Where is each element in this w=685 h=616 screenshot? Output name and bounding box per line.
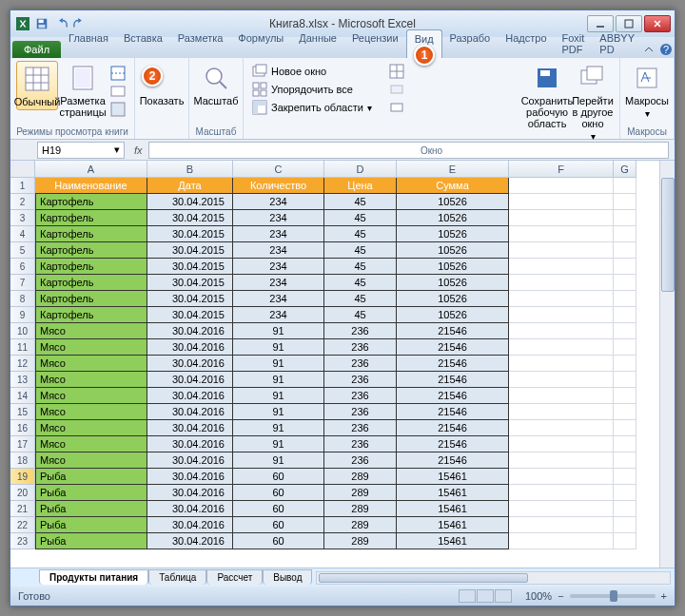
cell[interactable]: 30.04.2015 xyxy=(147,275,233,291)
row-header[interactable]: 19 xyxy=(10,469,35,485)
normal-view-button[interactable]: Обычный xyxy=(16,61,58,110)
row-header[interactable]: 22 xyxy=(10,517,35,533)
column-header-B[interactable]: B xyxy=(147,161,233,178)
cell[interactable]: Рыба xyxy=(35,469,147,485)
cell[interactable]: 91 xyxy=(233,436,324,452)
cell[interactable]: 91 xyxy=(233,339,324,356)
cell[interactable]: 30.04.2016 xyxy=(147,420,233,436)
cell[interactable]: 10526 xyxy=(397,210,509,226)
cell[interactable]: 21546 xyxy=(397,436,509,452)
cell[interactable]: Картофель xyxy=(35,259,147,275)
cell[interactable]: 30.04.2016 xyxy=(147,436,233,452)
cell[interactable] xyxy=(614,436,636,452)
unhide-button[interactable] xyxy=(386,99,407,116)
cell[interactable]: 30.04.2016 xyxy=(147,356,233,372)
tab-формулы[interactable]: Формулы xyxy=(230,29,291,58)
cell[interactable]: 30.04.2016 xyxy=(147,372,233,388)
cell[interactable]: Цена xyxy=(324,178,397,194)
cell[interactable]: Картофель xyxy=(35,210,147,226)
cell[interactable]: 236 xyxy=(324,356,397,372)
cell[interactable] xyxy=(614,194,636,210)
select-all-corner[interactable] xyxy=(10,161,35,178)
ribbon-minimize-icon[interactable] xyxy=(642,43,656,58)
cell[interactable]: 236 xyxy=(324,388,397,404)
cell[interactable]: 10526 xyxy=(397,259,509,275)
save-icon[interactable] xyxy=(33,15,50,32)
excel-icon[interactable] xyxy=(14,15,31,32)
cell[interactable]: 21546 xyxy=(397,420,509,436)
close-button[interactable] xyxy=(644,15,671,32)
split-button[interactable] xyxy=(386,63,407,80)
cell[interactable] xyxy=(614,420,636,436)
cell[interactable]: 234 xyxy=(233,291,324,307)
cell[interactable] xyxy=(614,372,636,388)
row-header[interactable]: 11 xyxy=(10,339,35,356)
cell[interactable] xyxy=(509,242,614,259)
row-header[interactable]: 10 xyxy=(10,323,35,339)
row-header[interactable]: 7 xyxy=(10,275,35,291)
tab-рецензии[interactable]: Рецензии xyxy=(344,29,406,58)
cell[interactable]: Мясо xyxy=(35,372,147,388)
cell[interactable] xyxy=(509,404,614,420)
cell[interactable]: 30.04.2015 xyxy=(147,210,233,226)
switch-windows-button[interactable]: Перейти в другое окно ▾ xyxy=(572,61,614,144)
cell[interactable] xyxy=(614,404,636,420)
row-header[interactable]: 4 xyxy=(10,226,35,242)
cell[interactable]: 60 xyxy=(233,533,324,549)
cell[interactable] xyxy=(509,307,614,323)
row-header[interactable]: 13 xyxy=(10,372,35,388)
cell[interactable]: 236 xyxy=(324,339,397,356)
tab-file[interactable]: Файл xyxy=(12,41,61,58)
cell[interactable] xyxy=(614,307,636,323)
row-header[interactable]: 17 xyxy=(10,436,35,452)
freeze-panes-button[interactable]: Закрепить области ▾ xyxy=(249,99,375,116)
cell[interactable]: 91 xyxy=(233,388,324,404)
fx-icon[interactable]: fx xyxy=(134,144,143,156)
cell[interactable] xyxy=(509,420,614,436)
cell[interactable]: 30.04.2016 xyxy=(147,323,233,339)
sheet-tab[interactable]: Таблица xyxy=(148,569,206,585)
cell[interactable]: 234 xyxy=(233,259,324,275)
cell[interactable]: 236 xyxy=(324,420,397,436)
cell[interactable]: Мясо xyxy=(35,452,147,469)
cell[interactable]: 30.04.2016 xyxy=(147,501,233,517)
cell[interactable] xyxy=(614,517,636,533)
page-layout-view-icon[interactable] xyxy=(477,589,494,603)
cell[interactable] xyxy=(614,452,636,469)
cell[interactable] xyxy=(509,533,614,549)
cell[interactable]: 91 xyxy=(233,452,324,469)
cell[interactable]: 30.04.2015 xyxy=(147,291,233,307)
cell[interactable]: 30.04.2016 xyxy=(147,517,233,533)
cell[interactable]: 30.04.2016 xyxy=(147,452,233,469)
vertical-scrollbar[interactable] xyxy=(659,161,675,568)
cell[interactable] xyxy=(509,178,614,194)
cell[interactable]: 234 xyxy=(233,226,324,242)
cell[interactable]: 236 xyxy=(324,323,397,339)
cell[interactable]: 234 xyxy=(233,307,324,323)
cell[interactable]: Количество xyxy=(233,178,324,194)
cell[interactable]: 10526 xyxy=(397,307,509,323)
cell[interactable] xyxy=(614,485,636,501)
cell[interactable]: 234 xyxy=(233,275,324,291)
page-break-view-icon[interactable] xyxy=(495,589,512,603)
column-header-F[interactable]: F xyxy=(509,161,614,178)
row-header[interactable]: 18 xyxy=(10,452,35,469)
cell[interactable]: 45 xyxy=(324,307,397,323)
cell[interactable]: Картофель xyxy=(35,291,147,307)
cell[interactable] xyxy=(509,452,614,469)
cell[interactable]: Картофель xyxy=(35,242,147,259)
cell[interactable]: 60 xyxy=(233,485,324,501)
cell[interactable]: 30.04.2015 xyxy=(147,307,233,323)
macros-button[interactable]: Макросы ▾ xyxy=(626,61,668,121)
tab-вставка[interactable]: Вставка xyxy=(116,29,170,58)
cell[interactable]: 234 xyxy=(233,242,324,259)
cell[interactable] xyxy=(509,210,614,226)
row-header[interactable]: 16 xyxy=(10,420,35,436)
row-header[interactable]: 8 xyxy=(10,291,35,307)
zoom-button[interactable]: Масштаб xyxy=(195,61,237,108)
custom-views-button[interactable] xyxy=(108,83,128,100)
cell[interactable] xyxy=(614,533,636,549)
cell[interactable] xyxy=(614,339,636,356)
row-header[interactable]: 1 xyxy=(10,178,35,194)
cell[interactable]: Мясо xyxy=(35,356,147,372)
